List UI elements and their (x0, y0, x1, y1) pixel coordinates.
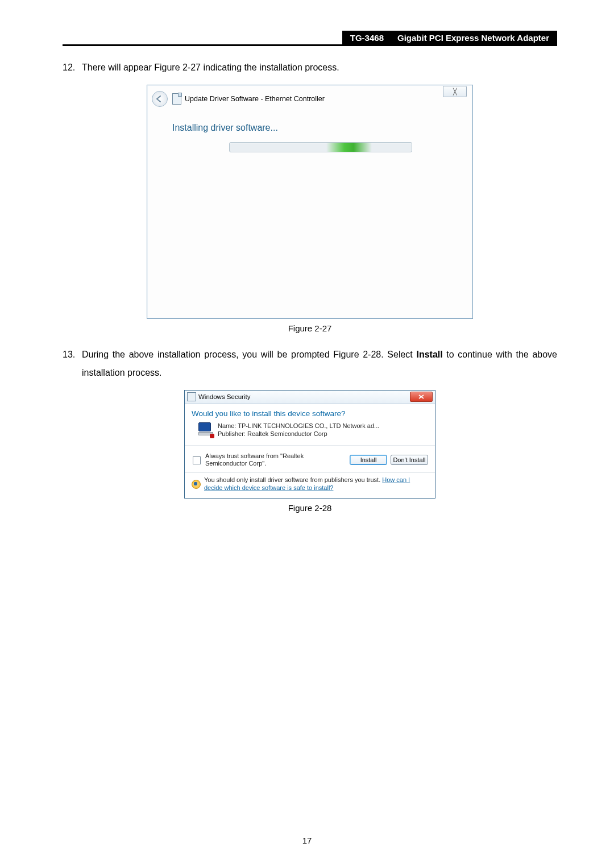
dont-install-button[interactable]: Don't Install (391, 455, 428, 465)
close-button[interactable] (410, 392, 433, 402)
dialog-heading: Installing driver software... (172, 123, 455, 133)
install-button[interactable]: Install (350, 455, 387, 465)
dialog-title: Update Driver Software - Ethernet Contro… (185, 95, 443, 103)
page-number: 17 (0, 836, 614, 845)
shield-icon (192, 480, 201, 489)
step-text-before: During the above installation process, y… (82, 350, 416, 359)
dialog-titlebar: Windows Security (185, 391, 435, 404)
step-12: 12. There will appear Figure 2-27 indica… (63, 59, 557, 77)
security-footer-text: You should only install driver software … (204, 476, 428, 492)
step-text: There will appear Figure 2-27 indicating… (82, 59, 557, 77)
step-number: 13. (63, 346, 82, 382)
step-13: 13. During the above installation proces… (63, 346, 557, 382)
header-product: Gigabit PCI Express Network Adapter (392, 31, 557, 44)
device-publisher: Publisher: Realtek Semiconductor Corp (218, 430, 379, 438)
device-icon (198, 422, 213, 437)
back-button[interactable] (152, 91, 168, 107)
always-trust-checkbox[interactable] (193, 456, 201, 464)
system-icon (187, 392, 196, 401)
header-model: TG-3468 (342, 31, 392, 44)
step-text-bold: Install (416, 350, 442, 359)
device-name: Name: TP-LINK TECHNOLOGIES CO., LTD Netw… (218, 422, 379, 430)
step-text: During the above installation process, y… (82, 346, 557, 382)
figure-caption-28: Figure 2-28 (63, 503, 557, 513)
update-driver-dialog: Update Driver Software - Ethernet Contro… (147, 85, 473, 319)
windows-security-dialog: Windows Security Would you like to insta… (184, 390, 435, 499)
progress-bar-fill (326, 143, 372, 152)
dialog-title: Windows Security (198, 393, 410, 400)
figure-caption-27: Figure 2-27 (63, 323, 557, 333)
dialog-icon (172, 93, 181, 105)
always-trust-label: Always trust software from "Realtek Semi… (205, 452, 350, 468)
dialog-heading: Would you like to install this device so… (192, 409, 428, 418)
step-number: 12. (63, 59, 82, 77)
close-button[interactable]: ╳ (443, 86, 467, 97)
progress-bar (229, 142, 412, 152)
security-footer-plain: You should only install driver software … (204, 476, 382, 483)
page-header: TG-3468 Gigabit PCI Express Network Adap… (63, 31, 557, 46)
